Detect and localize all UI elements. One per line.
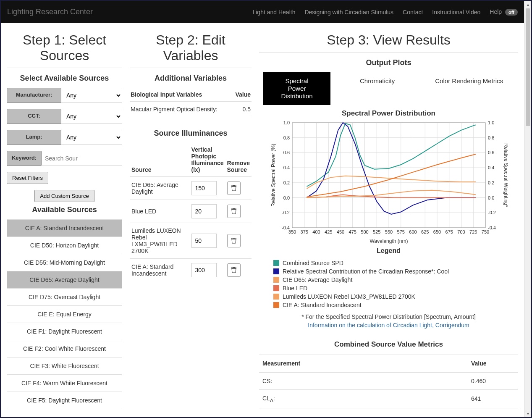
legend-swatch <box>273 277 279 283</box>
svg-text:625: 625 <box>421 229 429 234</box>
bio-header: Biological Input Variables <box>131 91 202 98</box>
add-custom-source-button[interactable]: Add Custom Source <box>34 190 94 202</box>
available-sources-title: Available Sources <box>7 205 122 214</box>
source-item[interactable]: CIE A: Standard Incandescent <box>7 219 122 237</box>
svg-text:1.0: 1.0 <box>488 120 494 125</box>
calc-info-link[interactable]: Information on the calculation of Circad… <box>259 322 518 329</box>
svg-text:0.2: 0.2 <box>283 180 289 185</box>
cct-select[interactable]: Any <box>61 109 122 124</box>
illuminance-input[interactable] <box>191 263 217 277</box>
svg-text:-0.2: -0.2 <box>488 210 496 215</box>
svg-text:0.0: 0.0 <box>283 195 289 200</box>
remove-source-button[interactable] <box>227 234 241 247</box>
metric-label: CS: <box>259 372 468 390</box>
keyword-label: Keyword: <box>7 151 42 166</box>
metrics-col-measurement: Measurement <box>259 355 468 372</box>
source-illum-title: Source Illuminances <box>130 129 252 138</box>
nav-link-light-health[interactable]: Light and Health <box>252 9 295 16</box>
source-item[interactable]: CIE F1: Daylight Fluorescent <box>7 323 122 340</box>
nav-help[interactable]: Help off <box>490 8 518 16</box>
step3-title: Step 3: View Results <box>259 32 518 48</box>
metric-value: 641 <box>468 389 518 408</box>
legend: Combined Source SPDRelative Spectral Con… <box>259 256 518 309</box>
svg-text:0.8: 0.8 <box>283 135 289 140</box>
source-list: CIE A: Standard IncandescentCIE D50: Hor… <box>7 219 122 409</box>
remove-source-button[interactable] <box>227 181 241 195</box>
lamp-label: Lamp: <box>7 130 61 145</box>
svg-text:0.8: 0.8 <box>488 135 494 140</box>
illum-source-name: Blue LED <box>130 200 190 223</box>
addl-vars-title: Additional Variables <box>130 74 252 83</box>
illum-source-name: CIE A: Standard Incandescent <box>130 258 190 281</box>
source-item[interactable]: CIE F4: Warm White Fluorescent <box>7 374 122 392</box>
plot-tab[interactable]: SpectralPower Distribution <box>263 72 330 105</box>
keyword-input[interactable] <box>42 151 122 166</box>
source-item[interactable]: CIE D55: Mid-Morning Daylight <box>7 254 122 271</box>
mpod-value: 0.5 <box>243 106 251 113</box>
legend-label: CIE A: Standard Incandescent <box>283 302 362 308</box>
legend-row: CIE A: Standard Incandescent <box>273 301 518 309</box>
source-item[interactable]: CIE D50: Horizon Daylight <box>7 237 122 254</box>
illuminance-input[interactable] <box>191 204 217 218</box>
source-item[interactable]: CIE F5: Daylight Fluorescent <box>7 392 122 409</box>
nav-link-video[interactable]: Instructional Video <box>432 9 480 16</box>
col-source: Source <box>130 143 190 177</box>
cct-label: CCT: <box>7 109 61 124</box>
plot-tab[interactable]: Chromaticity <box>349 72 406 105</box>
svg-text:575: 575 <box>397 229 404 234</box>
legend-row: Relative Spectral Contribution of the Ci… <box>273 267 518 276</box>
nav-right: Light and Health Designing with Circadia… <box>252 8 518 16</box>
plot-tab[interactable]: Color Rendering Metrics <box>424 72 514 105</box>
legend-swatch <box>273 268 279 274</box>
svg-text:425: 425 <box>325 229 332 234</box>
svg-text:-0.2: -0.2 <box>282 210 290 215</box>
scrollbar[interactable]: ▴ ▾ <box>524 1 531 417</box>
step2-title: Step 2: Edit Variables <box>130 32 252 63</box>
svg-text:0.4: 0.4 <box>488 165 494 170</box>
remove-source-button[interactable] <box>227 263 241 277</box>
step2-panel: Step 2: Edit Variables Additional Variab… <box>130 32 252 409</box>
legend-label: Relative Spectral Contribution of the Ci… <box>283 268 449 275</box>
remove-source-button[interactable] <box>227 205 241 218</box>
nav-link-contact[interactable]: Contact <box>403 9 423 16</box>
plot-tabs: SpectralPower DistributionChromaticityCo… <box>259 72 518 105</box>
lamp-select[interactable]: Any <box>61 130 122 145</box>
svg-text:650: 650 <box>433 229 440 234</box>
metrics-table: Measurement Value CS:0.460CLA:641 <box>259 355 518 408</box>
help-label: Help <box>490 8 502 15</box>
source-item[interactable]: CIE E: Equal Energy <box>7 305 122 323</box>
legend-title: Legend <box>259 247 518 255</box>
nav-link-designing[interactable]: Designing with Circadian Stimulus <box>304 9 393 16</box>
legend-row: Combined Source SPD <box>273 259 518 267</box>
reset-filters-button[interactable]: Reset Filters <box>7 172 48 184</box>
svg-text:500: 500 <box>361 229 368 234</box>
step1-title: Step 1: Select Sources <box>7 32 122 63</box>
svg-text:Relative Spectral Weighting*: Relative Spectral Weighting* <box>503 143 508 207</box>
source-item[interactable]: CIE D75: Overcast Daylight <box>7 288 122 305</box>
metrics-col-value: Value <box>468 355 518 372</box>
legend-row: Lumileds LUXEON Rebel LXM3_PW81LED 2700K <box>273 292 518 301</box>
source-item[interactable]: CIE F3: White Fluorescent <box>7 357 122 374</box>
metric-value: 0.460 <box>468 372 518 390</box>
svg-text:725: 725 <box>469 229 477 234</box>
svg-text:475: 475 <box>349 229 356 234</box>
legend-label: Blue LED <box>283 285 307 292</box>
legend-swatch <box>273 294 279 300</box>
legend-label: CIE D65: Average Daylight <box>283 276 352 283</box>
scroll-thumb[interactable] <box>526 8 530 126</box>
source-item[interactable]: CIE F2: Cool White Fluorescent <box>7 340 122 357</box>
svg-text:0.4: 0.4 <box>283 165 289 170</box>
scroll-down-icon[interactable]: ▾ <box>524 410 532 417</box>
navbar: Lighting Research Center Light and Healt… <box>1 1 524 23</box>
manufacturer-select[interactable]: Any <box>61 88 122 103</box>
svg-text:1.0: 1.0 <box>283 120 289 125</box>
svg-text:Relative Spectral Power (%): Relative Spectral Power (%) <box>270 144 276 207</box>
col-vpi: Vertical Photopic Illuminance (lx) <box>190 143 225 177</box>
illuminance-input[interactable] <box>191 234 217 248</box>
illuminance-input[interactable] <box>191 181 217 195</box>
scroll-up-icon[interactable]: ▴ <box>524 1 532 8</box>
source-item[interactable]: CIE D65: Average Daylight <box>7 271 122 288</box>
legend-swatch <box>273 260 279 266</box>
manufacturer-label: Manufacturer: <box>7 88 61 103</box>
svg-text:0.6: 0.6 <box>283 150 289 155</box>
